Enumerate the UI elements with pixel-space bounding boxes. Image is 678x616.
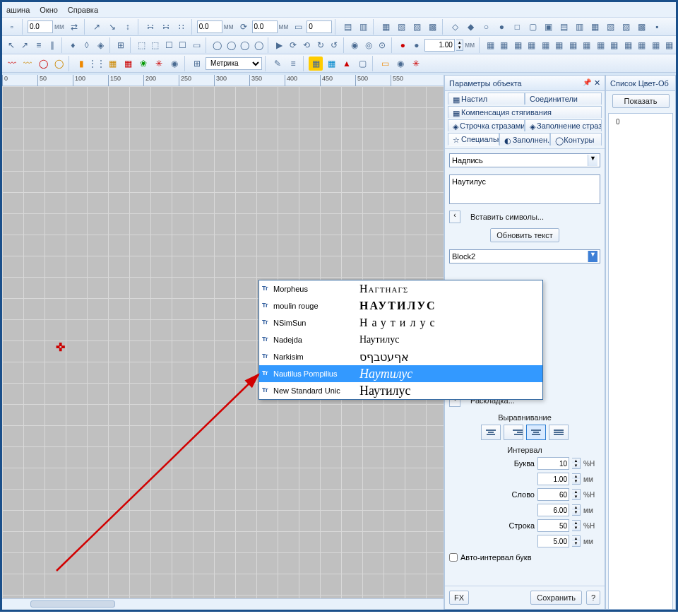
tool-btn[interactable]: ▤ xyxy=(557,20,571,34)
line-spacing-input[interactable] xyxy=(538,520,569,531)
auto-interval-checkbox[interactable] xyxy=(449,553,458,562)
tab-special[interactable]: ☆Специальн... xyxy=(448,133,499,146)
align-justify-button[interactable] xyxy=(549,425,569,440)
tool-btn[interactable]: ⇄ xyxy=(67,20,81,34)
tool-btn[interactable]: ∺ xyxy=(143,20,157,34)
tool-btn[interactable]: ⟳ xyxy=(287,38,299,52)
tab-pull-comp[interactable]: ▦Компенсация стягивания xyxy=(448,106,602,118)
tool-btn[interactable]: ⬚ xyxy=(136,38,148,52)
tool-btn[interactable]: ✳ xyxy=(152,57,166,71)
font-option[interactable]: Trmoulin rougeНАУТИЛУС xyxy=(259,297,542,314)
tool-btn[interactable]: ◊ xyxy=(81,38,93,52)
tool-btn[interactable]: ▦ xyxy=(595,38,607,52)
tool-btn[interactable]: ● xyxy=(410,38,423,52)
tool-btn[interactable]: ▦ xyxy=(121,57,135,71)
tool-btn[interactable]: ↻ xyxy=(314,38,327,52)
tool-btn[interactable]: ▦ xyxy=(512,38,525,52)
tool-btn[interactable]: ∺ xyxy=(159,20,173,34)
spin-val[interactable] xyxy=(425,40,454,51)
tool-btn[interactable]: ♦ xyxy=(67,38,80,52)
tool-btn[interactable]: ↗ xyxy=(19,38,32,52)
font-option[interactable]: TrNew Standard UnicНаутилус xyxy=(259,382,542,399)
chev-left-icon[interactable]: ‹ xyxy=(449,211,460,223)
tool-btn[interactable]: ● xyxy=(494,20,509,34)
tool-btn[interactable]: ▮ xyxy=(74,57,88,71)
tool-btn[interactable]: ▦ xyxy=(622,38,635,52)
tool-btn[interactable]: ● xyxy=(397,38,410,52)
tab-outlines[interactable]: ◯Контуры xyxy=(550,133,602,146)
align-right-button[interactable] xyxy=(504,425,523,440)
tool-btn[interactable]: ▦ xyxy=(525,38,538,52)
tool-btn[interactable]: ▶ xyxy=(273,38,285,52)
tool-btn[interactable]: ◯ xyxy=(239,38,251,52)
type-combo[interactable]: Надпись▼ xyxy=(449,153,600,167)
tool-btn[interactable]: ↺ xyxy=(328,38,340,52)
tool-btn[interactable]: □ xyxy=(510,20,524,34)
tool-btn[interactable]: ▭ xyxy=(191,38,203,52)
coord-d[interactable] xyxy=(307,20,332,33)
tool-btn[interactable]: ◯ xyxy=(211,38,224,52)
tool-btn[interactable]: 〰 xyxy=(20,57,35,71)
letter-spacing-input[interactable] xyxy=(538,458,569,469)
tool-btn[interactable]: ⟳ xyxy=(237,20,251,34)
tab-connectors[interactable]: Соединители xyxy=(525,93,602,105)
tool-btn[interactable]: ▭ xyxy=(378,57,392,71)
tool-btn[interactable]: ❀ xyxy=(136,57,150,71)
tool-btn[interactable]: ▪ xyxy=(650,20,664,34)
font-option[interactable]: TrNSimSunНаутилус xyxy=(259,314,542,331)
tool-btn[interactable]: ≡ xyxy=(286,57,300,71)
font-dropdown[interactable]: TrMorpheusΗαγτηαγςTrmoulin rougeНАУТИЛУС… xyxy=(258,280,543,400)
tool-btn[interactable]: ▦ xyxy=(105,57,119,71)
tool-btn[interactable]: ▤ xyxy=(340,20,355,34)
tool-btn[interactable]: ○ xyxy=(479,20,493,34)
tool-btn[interactable]: ▲ xyxy=(340,57,354,71)
tool-btn[interactable]: ☐ xyxy=(177,38,189,52)
tool-btn[interactable]: ◯ xyxy=(252,38,265,52)
tool-btn[interactable]: ▥ xyxy=(572,20,586,34)
tool-btn[interactable]: ▫ xyxy=(5,20,19,34)
menu-window[interactable]: Окно xyxy=(40,6,58,14)
save-button[interactable]: Сохранить xyxy=(530,591,582,605)
align-center-button[interactable] xyxy=(526,425,546,440)
tool-btn[interactable]: ◇ xyxy=(448,20,462,34)
coord-b[interactable] xyxy=(197,20,222,33)
tool-btn[interactable]: ▦ xyxy=(498,38,511,52)
units-combo[interactable]: Метрика xyxy=(206,57,262,70)
tool-btn[interactable]: ▦ xyxy=(309,57,323,71)
tool-btn[interactable]: ↖ xyxy=(5,38,18,52)
tool-btn[interactable]: ▧ xyxy=(603,20,617,34)
font-option[interactable]: TrNadejdaНаутилус xyxy=(259,331,542,348)
tool-btn[interactable]: ◯ xyxy=(52,57,66,71)
tool-btn[interactable]: ◉ xyxy=(348,38,361,52)
font-option[interactable]: TrNautilus PompiliusНаутилус xyxy=(259,365,542,382)
menu-help[interactable]: Справка xyxy=(68,6,98,14)
text-input[interactable] xyxy=(449,174,600,204)
tool-btn[interactable]: ▢ xyxy=(525,20,540,34)
coord-a[interactable] xyxy=(28,20,53,33)
tab-rhinestone-line[interactable]: ◈Строчка стразами xyxy=(448,119,525,131)
font-combo[interactable]: Block2▼ xyxy=(449,249,600,263)
tab-fill[interactable]: ◐Заполнен... xyxy=(499,133,551,146)
tool-btn[interactable]: ⊞ xyxy=(190,57,204,71)
horizontal-scrollbar[interactable] xyxy=(2,598,444,610)
tool-btn[interactable]: ≡ xyxy=(32,38,45,52)
tool-btn[interactable]: ▦ xyxy=(608,38,621,52)
tool-btn[interactable]: ↘ xyxy=(105,20,119,34)
tool-btn[interactable]: ▧ xyxy=(394,20,408,34)
tool-btn[interactable]: ▦ xyxy=(636,38,648,52)
show-button[interactable]: Показать xyxy=(612,94,670,108)
tool-btn[interactable]: ▦ xyxy=(567,38,580,52)
insert-symbols-button[interactable]: Вставить символы... xyxy=(465,210,600,224)
tool-btn[interactable]: ◈ xyxy=(95,38,107,52)
tab-rhinestone-fill[interactable]: ◈Заполнение страза... xyxy=(525,119,602,131)
letter-mm-input[interactable] xyxy=(538,473,569,485)
tool-btn[interactable]: ▩ xyxy=(425,20,439,34)
tool-btn[interactable]: ⟲ xyxy=(300,38,313,52)
pin-icon[interactable]: 📌 xyxy=(583,78,591,88)
tool-btn[interactable]: ∷ xyxy=(174,20,189,34)
tool-btn[interactable]: ▣ xyxy=(541,20,555,34)
tool-btn[interactable]: ⬚ xyxy=(149,38,162,52)
tool-btn[interactable]: ☐ xyxy=(163,38,176,52)
tool-btn[interactable]: ▦ xyxy=(553,38,566,52)
tool-btn[interactable]: ▩ xyxy=(634,20,648,34)
